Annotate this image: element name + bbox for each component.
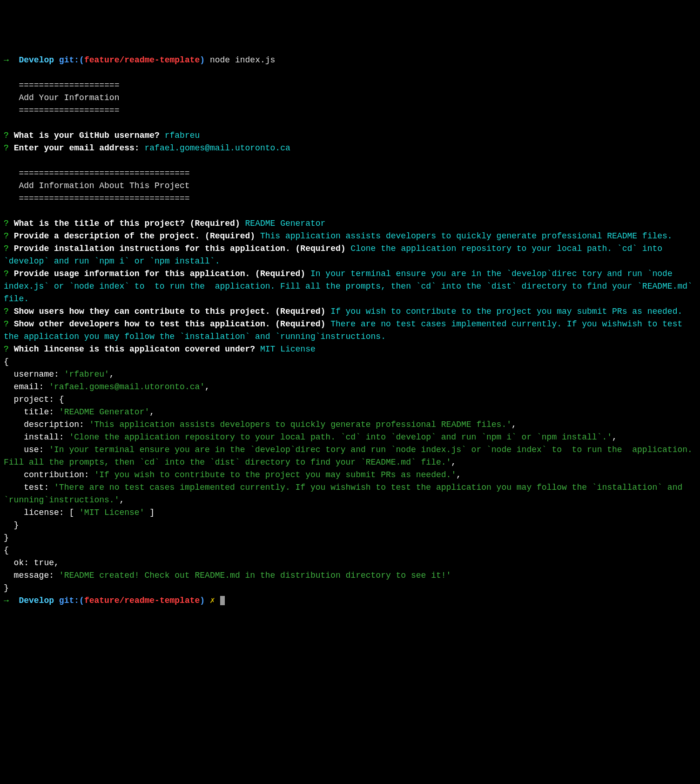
prompt-arrow: →: [4, 596, 9, 605]
object-punct: ,: [149, 407, 155, 417]
question-mark-icon: ?: [4, 131, 9, 140]
question-text: Provide a description of the project. (R…: [14, 231, 255, 241]
question-text: Provide usage information for this appli…: [14, 269, 306, 278]
question-text: What is the title of this project? (Requ…: [14, 219, 240, 228]
object-key: title:: [4, 407, 59, 417]
section-separator: ====================: [19, 106, 119, 115]
question-text: Show users how they can contribute to th…: [14, 307, 326, 316]
section-separator: ====================: [19, 81, 119, 90]
git-label: git:(: [59, 55, 84, 65]
object-string: 'README Generator': [59, 407, 149, 417]
git-label-close: ): [200, 55, 205, 65]
question-mark-icon: ?: [4, 345, 9, 354]
object-key: project: {: [4, 395, 64, 404]
object-key: username:: [4, 370, 64, 379]
object-key: contribution:: [4, 470, 94, 480]
object-punct: ,: [205, 382, 210, 392]
git-label-close: ): [200, 596, 205, 605]
prompt-arrow: →: [4, 55, 9, 65]
question-text: Provide installation instructions for th…: [14, 244, 346, 253]
question-text: Which lincense is this applicaton covere…: [14, 345, 255, 354]
answer-text: If you wish to contribute to the project…: [330, 307, 682, 316]
object-punct: ,: [612, 433, 617, 442]
question-text: Show other developers how to test this a…: [14, 319, 326, 329]
object-brace: {: [4, 357, 9, 366]
object-brace: }: [4, 583, 9, 593]
command: node index.js: [210, 55, 275, 65]
question-mark-icon: ?: [4, 307, 9, 316]
object-key: message:: [4, 571, 59, 580]
object-key: email:: [4, 382, 49, 392]
answer-text: rafael.gomes@mail.utoronto.ca: [144, 143, 290, 153]
object-string: 'This application assists developers to …: [89, 420, 512, 429]
object-key: install:: [4, 433, 69, 442]
question-text: Enter your email address:: [14, 143, 140, 153]
object-string: 'README created! Check out README.md in …: [59, 571, 451, 580]
question-mark-icon: ?: [4, 219, 9, 228]
object-key: test:: [4, 483, 54, 492]
object-punct: ,: [456, 470, 461, 480]
object-brace: {: [4, 546, 9, 555]
question-mark-icon: ?: [4, 231, 9, 241]
object-string: 'In your terminal ensure you are in the …: [4, 445, 698, 467]
answer-text: MIT License: [260, 345, 316, 354]
answer-text: README Generator: [245, 219, 326, 228]
cursor-icon[interactable]: [220, 596, 225, 605]
question-mark-icon: ?: [4, 143, 9, 153]
object-string: 'Clone the application repository to you…: [69, 433, 612, 442]
object-brace: }: [4, 520, 19, 530]
object-punct: ,: [512, 420, 517, 429]
object-string: 'There are no test cases implemented cur…: [4, 483, 687, 505]
question-mark-icon: ?: [4, 319, 9, 329]
prompt-dir: Develop: [19, 596, 54, 605]
git-label: git:(: [59, 596, 84, 605]
object-key: use:: [4, 445, 49, 454]
object-key: license: [: [4, 508, 79, 517]
section-separator: ==================================: [19, 169, 189, 178]
git-branch: feature/readme-template: [84, 55, 200, 65]
object-punct: ,: [109, 370, 114, 379]
answer-text: rfabreu: [165, 131, 200, 140]
git-dirty-icon: ✗: [210, 596, 215, 605]
section-title: Add Information About This Project: [19, 181, 189, 190]
object-string: 'rfabreu': [64, 370, 109, 379]
object-string: 'rafael.gomes@mail.utoronto.ca': [49, 382, 205, 392]
question-mark-icon: ?: [4, 269, 9, 278]
object-punct: ,: [119, 495, 124, 505]
question-mark-icon: ?: [4, 244, 9, 253]
object-string: 'If you wish to contribute to the projec…: [94, 470, 456, 480]
object-punct: ]: [144, 508, 155, 517]
object-string: 'MIT License': [79, 508, 144, 517]
section-title: Add Your Information: [19, 93, 119, 102]
object-brace: }: [4, 533, 9, 542]
question-text: What is your GitHub username?: [14, 131, 160, 140]
terminal-output[interactable]: → Develop git:(feature/readme-template) …: [4, 54, 696, 607]
object-punct: ,: [451, 458, 456, 467]
prompt-dir: Develop: [19, 55, 54, 65]
object-key: description:: [4, 420, 89, 429]
section-separator: ==================================: [19, 194, 189, 203]
answer-text: This application assists developers to q…: [260, 231, 673, 241]
git-branch: feature/readme-template: [84, 596, 200, 605]
object-key: ok: true,: [4, 558, 59, 568]
